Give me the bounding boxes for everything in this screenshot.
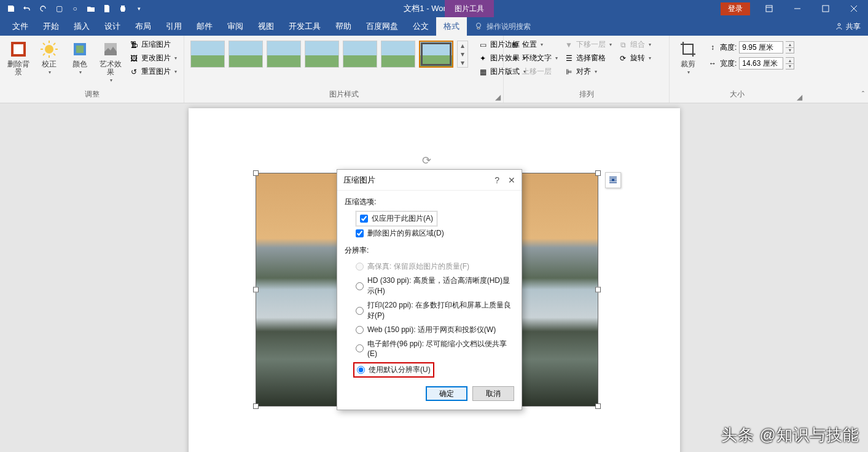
dialog-titlebar: 压缩图片 ? ✕: [337, 170, 522, 191]
effects-icon: ✦: [478, 54, 488, 63]
quick-access-toolbar: ▢ ○ ▾: [0, 1, 146, 16]
tab-help[interactable]: 帮助: [328, 17, 359, 36]
width-spinner[interactable]: ▲▼: [786, 57, 794, 69]
align-button[interactable]: ⊫对齐▾: [561, 65, 614, 78]
reset-picture-button[interactable]: ↺重置图片▾: [127, 65, 179, 78]
picture-styles-gallery[interactable]: ▴▾▾: [188, 38, 471, 70]
resize-handle[interactable]: [595, 170, 601, 176]
brightness-icon: [39, 39, 59, 59]
position-button[interactable]: ⊞位置▾: [507, 38, 560, 51]
remove-bg-icon: [9, 39, 28, 59]
section-header: 分辨率:: [345, 245, 514, 256]
ribbon-group-arrange: ⊞位置▾ ≡环绕文字▾ ▲上移一层 ▼下移一层▾ ☰选择窗格 ⊫对齐▾ ⧉组合▾…: [504, 36, 670, 103]
layout-options-button[interactable]: [605, 172, 621, 188]
height-icon: ↕: [708, 42, 717, 52]
tab-developer[interactable]: 开发工具: [281, 17, 328, 36]
apply-only-checkbox[interactable]: 仅应用于此图片(A): [356, 211, 437, 226]
tab-mailings[interactable]: 邮件: [189, 17, 220, 36]
tab-file[interactable]: 文件: [5, 17, 36, 36]
login-button[interactable]: 登录: [721, 2, 750, 15]
style-thumb[interactable]: [343, 41, 377, 68]
style-thumb[interactable]: [267, 41, 301, 68]
resolution-email-radio[interactable]: 电子邮件(96 ppi): 尽可能缩小文档以便共享(E): [345, 337, 514, 360]
style-thumb[interactable]: [190, 41, 225, 68]
ribbon-display-button[interactable]: [755, 0, 783, 17]
resize-handle[interactable]: [253, 403, 259, 409]
style-thumb[interactable]: [381, 41, 415, 68]
dialog-launcher[interactable]: ◢: [795, 93, 803, 101]
save-button[interactable]: [4, 1, 18, 16]
width-row: ↔ 宽度: ▲▼: [708, 57, 794, 70]
maximize-button[interactable]: [811, 0, 840, 17]
delete-cropped-checkbox[interactable]: 删除图片的剪裁区域(D): [345, 226, 514, 240]
corrections-button[interactable]: 校正▾: [34, 38, 64, 76]
color-icon: [70, 39, 90, 59]
height-spinner[interactable]: ▲▼: [786, 41, 794, 54]
ok-button[interactable]: 确定: [426, 386, 467, 401]
compress-icon: 🗜: [129, 40, 139, 50]
height-input[interactable]: [739, 41, 783, 54]
cancel-button[interactable]: 取消: [472, 386, 514, 401]
selection-pane-button[interactable]: ☰选择窗格: [561, 52, 614, 65]
tab-home[interactable]: 开始: [36, 17, 66, 36]
resize-handle[interactable]: [253, 287, 259, 293]
tab-design[interactable]: 设计: [97, 17, 128, 36]
rotate-handle[interactable]: ⟳: [422, 154, 431, 167]
qat-button[interactable]: ▢: [52, 1, 66, 16]
qat-more-button[interactable]: ▾: [131, 1, 146, 16]
resize-handle[interactable]: [595, 403, 601, 409]
resolution-print-radio[interactable]: 打印(220 ppi): 在多数打印机和屏幕上质量良好(P): [345, 298, 514, 323]
collapse-ribbon-button[interactable]: ˆ: [862, 90, 864, 99]
style-thumb[interactable]: [229, 41, 263, 68]
dialog-launcher[interactable]: ◢: [493, 93, 502, 101]
highlighted-option: 使用默认分辨率(U): [353, 362, 434, 378]
tab-view[interactable]: 视图: [251, 17, 281, 36]
tab-layout[interactable]: 布局: [128, 17, 158, 36]
color-button[interactable]: 颜色▾: [65, 38, 95, 76]
resolution-web-radio[interactable]: Web (150 ppi): 适用于网页和投影仪(W): [345, 323, 514, 337]
send-backward-button[interactable]: ▼下移一层▾: [561, 38, 614, 51]
undo-button[interactable]: [20, 1, 34, 16]
crop-button[interactable]: 裁剪▾: [673, 38, 703, 76]
tell-me-search[interactable]: 操作说明搜索: [474, 22, 531, 32]
tab-baidu[interactable]: 百度网盘: [359, 17, 405, 36]
svg-point-2: [477, 23, 481, 28]
layout-icon: ▦: [478, 67, 488, 77]
print-button[interactable]: [115, 1, 130, 16]
redo-button[interactable]: [36, 1, 50, 16]
tab-format[interactable]: 格式: [436, 17, 467, 36]
close-button[interactable]: [840, 0, 868, 17]
resize-handle[interactable]: [595, 287, 601, 293]
new-button[interactable]: [100, 1, 114, 16]
title-bar: ▢ ○ ▾ 文档1 - Word 图片工具 登录: [0, 0, 868, 17]
minimize-button[interactable]: [783, 0, 811, 17]
resolution-default-radio[interactable]: 使用默认分辨率(U): [357, 365, 431, 375]
svg-rect-10: [612, 178, 614, 181]
share-button[interactable]: 共享: [835, 22, 861, 32]
resolution-hd-radio[interactable]: HD (330 ppi): 高质量，适合高清晰度(HD)显示(H): [345, 274, 514, 298]
compress-pictures-button[interactable]: 🗜压缩图片: [127, 38, 179, 51]
ribbon-group-styles: ▴▾▾ ▭图片边框▾ ✦图片效果▾ ▦图片版式▾ 图片样式 ◢: [184, 36, 504, 103]
rotate-button[interactable]: ⟳旋转▾: [616, 52, 654, 65]
bring-forward-button[interactable]: ▲上移一层: [507, 65, 560, 78]
group-button[interactable]: ⧉组合▾: [616, 38, 654, 51]
ribbon-tabs: 文件 开始 插入 设计 布局 引用 邮件 审阅 视图 开发工具 帮助 百度网盘 …: [0, 17, 868, 36]
wrap-text-button[interactable]: ≡环绕文字▾: [507, 52, 560, 65]
gallery-more-button[interactable]: ▴▾▾: [457, 41, 468, 68]
tab-insert[interactable]: 插入: [66, 17, 97, 36]
open-button[interactable]: [84, 1, 98, 16]
style-thumb[interactable]: [305, 41, 339, 68]
qat-button[interactable]: ○: [68, 1, 82, 16]
change-picture-button[interactable]: 🖼更改图片▾: [127, 52, 179, 65]
help-button[interactable]: ?: [495, 175, 499, 185]
resize-handle[interactable]: [253, 170, 259, 176]
style-thumb-selected[interactable]: [419, 41, 453, 68]
width-icon: ↔: [708, 58, 717, 68]
width-input[interactable]: [739, 57, 783, 69]
artistic-effects-button[interactable]: 艺术效果▾: [96, 38, 125, 84]
remove-background-button[interactable]: 删除背景: [4, 38, 33, 77]
tab-review[interactable]: 审阅: [220, 17, 251, 36]
tab-references[interactable]: 引用: [158, 17, 189, 36]
close-dialog-button[interactable]: ✕: [508, 175, 515, 185]
tab-gongwen[interactable]: 公文: [405, 17, 436, 36]
